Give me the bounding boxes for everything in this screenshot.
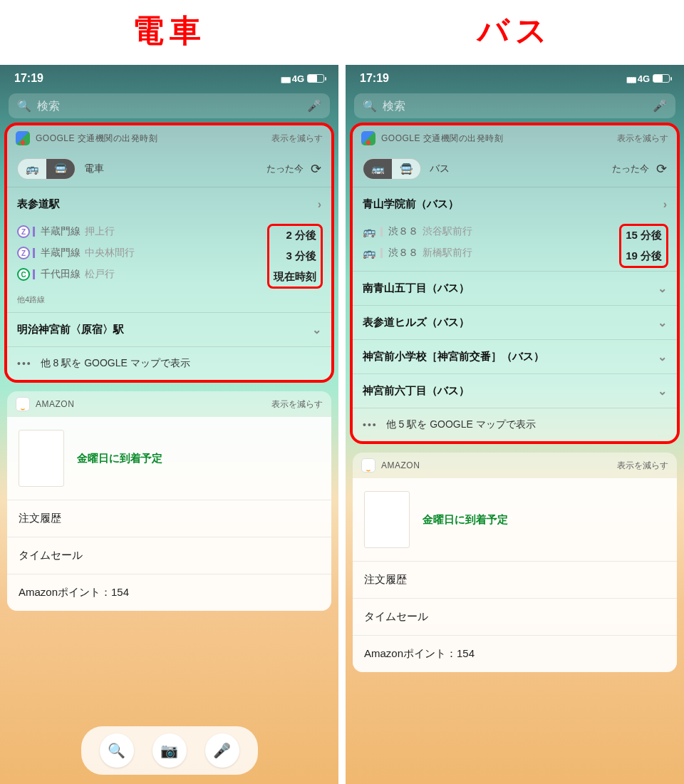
delivery-row[interactable]: 金曜日に到着予定 bbox=[353, 478, 677, 561]
amazon-item[interactable]: タイムセール bbox=[7, 537, 331, 574]
mode-train-icon[interactable]: 🚍 bbox=[46, 159, 75, 179]
status-bar: 17:19 4G bbox=[346, 65, 684, 91]
bus-stop-row[interactable]: 南青山五丁目（バス）⌄ bbox=[353, 272, 677, 305]
station-row[interactable]: 青山学院前（バス） › bbox=[353, 187, 677, 221]
line-name: 千代田線 bbox=[41, 268, 81, 281]
delivery-msg: 金曜日に到着予定 bbox=[423, 513, 508, 527]
updated-label: たった今 bbox=[266, 163, 304, 175]
chevron-right-icon: › bbox=[318, 198, 321, 211]
station-row[interactable]: 表参道駅 › bbox=[7, 187, 331, 221]
mode-segment[interactable]: 🚌 🚍 bbox=[363, 158, 421, 180]
line-name: 渋８８ bbox=[388, 225, 418, 238]
gmaps-widget: GOOGLE 交通機関の出発時刻 表示を減らす 🚌 🚍 バス たった今 ⟳ 青山… bbox=[353, 125, 677, 441]
search-icon: 🔍 bbox=[17, 99, 31, 113]
line-badge: Z bbox=[17, 225, 30, 238]
amazon-widget: AMAZON 表示を減らす 金曜日に到着予定 注文履歴 タイムセール Amazo… bbox=[353, 453, 677, 672]
line-name: 半蔵門線 bbox=[41, 247, 81, 259]
line-mark bbox=[380, 227, 383, 237]
mode-bus-icon[interactable]: 🚌 bbox=[363, 159, 392, 179]
chevron-down-icon: ⌄ bbox=[658, 316, 667, 329]
more-stations-label: 他 5 駅を GOOGLE マップで表示 bbox=[386, 418, 536, 431]
amazon-item[interactable]: Amazonポイント：154 bbox=[353, 635, 677, 672]
dock-search-button[interactable]: 🔍 bbox=[100, 733, 134, 768]
line-mark bbox=[33, 248, 35, 258]
delivery-row[interactable]: 金曜日に到着予定 bbox=[7, 417, 331, 500]
eta-highlight-box: 2 分後3 分後現在時刻 bbox=[267, 224, 323, 289]
line-mark bbox=[380, 248, 383, 258]
bus-stop-row[interactable]: 表参道ヒルズ（バス）⌄ bbox=[353, 306, 677, 339]
line-dest: 中央林間行 bbox=[85, 247, 135, 259]
dock-camera-button[interactable]: 📷 bbox=[152, 733, 187, 768]
search-bar[interactable]: 🔍 🎤 bbox=[9, 93, 330, 118]
amazon-item[interactable]: Amazonポイント：154 bbox=[7, 574, 331, 611]
search-bar[interactable]: 🔍 🎤 bbox=[354, 93, 675, 118]
eta-value: 15 分後 bbox=[626, 229, 662, 242]
amazon-item[interactable]: タイムセール bbox=[353, 598, 677, 635]
mode-label: 電車 bbox=[84, 163, 104, 175]
other-lines-note: 他4路線 bbox=[7, 292, 331, 312]
chevron-down-icon: ⌄ bbox=[658, 384, 667, 398]
line-name: 半蔵門線 bbox=[41, 225, 81, 238]
bus-stop-row[interactable]: 神宮前小学校［神宮前交番］（バス）⌄ bbox=[353, 340, 677, 373]
line-row[interactable]: C千代田線松戸行 bbox=[7, 264, 267, 285]
network-label: 4G bbox=[292, 73, 304, 84]
gmaps-title: GOOGLE 交通機関の出発時刻 bbox=[36, 133, 157, 145]
next-station-name: 明治神宮前〈原宿〉駅 bbox=[17, 323, 124, 336]
network-label: 4G bbox=[638, 73, 650, 84]
chevron-down-icon: ⌄ bbox=[658, 282, 667, 295]
collapse-button[interactable]: 表示を減らす bbox=[617, 133, 668, 145]
line-dest: 新橋駅前行 bbox=[423, 247, 472, 259]
dock: 🔍 📷 🎤 bbox=[81, 726, 258, 775]
line-badge: C bbox=[17, 268, 30, 281]
more-stations-row[interactable]: ••• 他 8 駅を GOOGLE マップで表示 bbox=[7, 347, 331, 380]
bus-icon: 🚌 bbox=[363, 247, 376, 259]
status-time: 17:19 bbox=[14, 72, 43, 85]
signal-icon bbox=[281, 73, 289, 84]
line-row[interactable]: 🚌渋８８新橋駅前行 bbox=[353, 242, 619, 264]
collapse-button[interactable]: 表示を減らす bbox=[617, 460, 668, 472]
amazon-icon bbox=[361, 458, 375, 473]
collapse-button[interactable]: 表示を減らす bbox=[271, 133, 323, 145]
eta-value: 2 分後 bbox=[286, 229, 316, 242]
heading-train: 電車 bbox=[0, 0, 338, 65]
delivery-msg: 金曜日に到着予定 bbox=[77, 452, 162, 465]
package-thumb bbox=[364, 491, 410, 548]
line-badge: Z bbox=[17, 247, 30, 259]
line-dest: 松戸行 bbox=[85, 268, 115, 281]
battery-icon bbox=[653, 74, 670, 83]
amazon-icon bbox=[16, 397, 30, 411]
mic-icon[interactable]: 🎤 bbox=[653, 99, 667, 113]
amazon-title: AMAZON bbox=[381, 460, 420, 470]
chevron-down-icon: ⌄ bbox=[312, 323, 321, 336]
eta-value: 現在時刻 bbox=[274, 270, 316, 284]
chevron-right-icon: › bbox=[663, 198, 667, 211]
refresh-icon[interactable]: ⟳ bbox=[656, 161, 667, 177]
mode-train-icon[interactable]: 🚍 bbox=[392, 159, 420, 179]
amazon-item[interactable]: 注文履歴 bbox=[7, 500, 331, 537]
updated-label: たった今 bbox=[612, 163, 649, 175]
next-station-row[interactable]: 明治神宮前〈原宿〉駅 ⌄ bbox=[7, 313, 331, 346]
search-input[interactable] bbox=[383, 100, 653, 113]
mic-icon[interactable]: 🎤 bbox=[307, 99, 321, 113]
mode-segment[interactable]: 🚌 🚍 bbox=[17, 158, 76, 180]
amazon-item[interactable]: 注文履歴 bbox=[353, 561, 677, 598]
search-input[interactable] bbox=[37, 100, 307, 113]
bus-stop-name: 南青山五丁目（バス） bbox=[363, 282, 470, 295]
dock-mic-button[interactable]: 🎤 bbox=[205, 733, 239, 768]
line-dest: 渋谷駅前行 bbox=[423, 225, 472, 238]
refresh-icon[interactable]: ⟳ bbox=[311, 161, 321, 177]
gmaps-icon bbox=[16, 131, 30, 145]
eta-value: 3 分後 bbox=[286, 249, 316, 263]
phone-left: 17:19 4G 🔍 🎤 GOOGLE 交通機関の出発時刻 表示を減らす 🚌 bbox=[0, 65, 338, 784]
line-row[interactable]: Z半蔵門線中央林間行 bbox=[7, 242, 267, 264]
ellipsis-icon: ••• bbox=[17, 358, 32, 369]
line-row[interactable]: Z半蔵門線押上行 bbox=[7, 221, 267, 242]
mode-bus-icon[interactable]: 🚌 bbox=[18, 159, 46, 179]
ellipsis-icon: ••• bbox=[363, 419, 378, 430]
bus-stop-row[interactable]: 神宮前六丁目（バス）⌄ bbox=[353, 374, 677, 408]
line-row[interactable]: 🚌渋８８渋谷駅前行 bbox=[353, 221, 619, 242]
station-name: 表参道駅 bbox=[17, 197, 60, 211]
gmaps-widget: GOOGLE 交通機関の出発時刻 表示を減らす 🚌 🚍 電車 たった今 ⟳ 表参… bbox=[7, 125, 331, 380]
more-stations-row[interactable]: ••• 他 5 駅を GOOGLE マップで表示 bbox=[353, 408, 677, 441]
collapse-button[interactable]: 表示を減らす bbox=[271, 398, 323, 411]
